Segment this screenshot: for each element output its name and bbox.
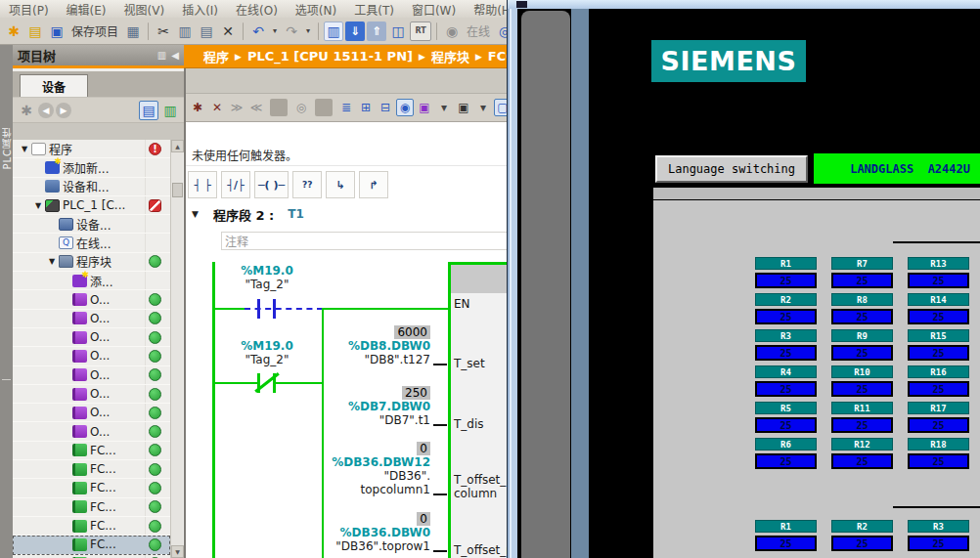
menu-item-tools[interactable]: 工具(T) — [345, 0, 403, 19]
network-header[interactable]: ▼ 程序段 2 : T1 — [186, 203, 509, 225]
breadcrumb-item[interactable]: 程序 — [203, 47, 229, 65]
operand-address[interactable]: %DB36.DBW12 — [332, 455, 430, 469]
dropdown-arrow-icon[interactable]: ▾ — [474, 99, 492, 116]
separator[interactable] — [318, 22, 319, 40]
save-project-label[interactable]: 保存项目 — [71, 21, 118, 41]
print-icon[interactable]: ▦ — [123, 21, 143, 41]
roller-value-field[interactable]: 25 — [831, 417, 893, 433]
roller-button[interactable]: R3 — [908, 520, 969, 533]
tree-item-ob[interactable]: O... — [13, 404, 170, 422]
roller-value-field[interactable]: 25 — [908, 381, 969, 397]
roller-value-field[interactable]: 25 — [755, 345, 817, 361]
operand-stack[interactable]: 0 %DB36.DBW12 "DB36". topcolumn1 — [332, 442, 430, 496]
network-collapse-icon[interactable]: ▼ — [192, 209, 205, 219]
tree-item-fc[interactable]: FC — [13, 555, 170, 558]
roller-button[interactable]: R16 — [908, 365, 969, 378]
roller-value-field[interactable]: 25 — [831, 273, 893, 288]
roller-button[interactable]: R2 — [755, 293, 817, 306]
expand-networks-icon[interactable]: ⊞ — [357, 99, 375, 116]
network-name[interactable]: T1 — [288, 207, 304, 221]
roller-button[interactable]: R18 — [908, 438, 969, 451]
roller-value-field[interactable]: 25 — [908, 536, 969, 551]
panes-icon[interactable]: ▥ — [157, 50, 166, 61]
roller-button[interactable]: R12 — [831, 438, 893, 451]
tree-item-plc1[interactable]: ▼ PLC_1 [C... — [13, 196, 170, 215]
breadcrumb-item[interactable]: PLC_1 [CPU 1511-1 PN] — [247, 49, 413, 64]
tree-item-ob[interactable]: O... — [13, 310, 170, 328]
tree-item-fc[interactable]: FC... — [13, 498, 170, 517]
roller-button[interactable]: R8 — [831, 293, 893, 306]
contact1-address[interactable]: %M19.0 — [225, 264, 309, 278]
tree-item-ob[interactable]: O... — [13, 385, 170, 404]
tree-item-online-diagnostics[interactable]: 在线... — [13, 234, 170, 252]
dropdown-arrow-icon[interactable]: ▾ — [435, 99, 453, 116]
open-branch-button[interactable]: ↳ — [326, 171, 355, 198]
insert-network-icon[interactable]: ✱ — [189, 99, 206, 116]
roller-value-field[interactable]: 25 — [908, 345, 969, 361]
roller-button[interactable]: R11 — [831, 402, 893, 414]
operand-stack[interactable]: 250 %DB7.DBW0 "DB7".t1 — [348, 386, 430, 427]
paste-icon[interactable]: ▤ — [197, 21, 216, 41]
contact1-tag[interactable]: "Tag_2" — [225, 278, 309, 291]
roller-button[interactable]: R7 — [831, 257, 893, 270]
tree-item-devices-networks[interactable]: 设备和... — [13, 178, 170, 196]
roller-value-field[interactable]: 25 — [831, 536, 893, 551]
menu-item-options[interactable]: 选项(N) — [287, 0, 345, 19]
tree-item-fc[interactable]: FC... — [13, 460, 170, 479]
download-to-device-icon[interactable]: ⇓ — [345, 21, 365, 41]
tree-item-add-new-device[interactable]: 添加新... — [13, 158, 170, 177]
tree-item-project[interactable]: ▼ 程序 — [13, 140, 170, 158]
operand-name[interactable]: "DB7".t1 — [379, 413, 430, 427]
collapse-networks-icon[interactable]: ⊟ — [377, 99, 394, 116]
tree-item-add-new-block[interactable]: 添... — [13, 272, 170, 290]
expander-icon[interactable]: ▼ — [31, 201, 45, 210]
program-status-icon[interactable]: ▣ — [416, 99, 433, 116]
roller-value-field[interactable]: 25 — [831, 309, 893, 324]
operand-name[interactable]: "DB36".toprow1 — [335, 539, 430, 553]
separator[interactable] — [436, 22, 437, 40]
delete-icon[interactable]: ✕ — [218, 21, 238, 41]
tree-item-program-blocks[interactable]: ▼ 程序块 — [13, 253, 170, 272]
roller-button[interactable]: R17 — [908, 402, 969, 414]
menu-item-edit[interactable]: 编辑(E) — [58, 0, 115, 19]
roller-button[interactable]: R1 — [755, 257, 817, 270]
cut-icon[interactable]: ✂ — [154, 21, 173, 41]
network-comments-icon[interactable]: ◉ — [396, 99, 414, 116]
no-contact-button[interactable]: ┤ ├ — [188, 171, 217, 198]
go-online-plug-icon[interactable]: ◉ — [442, 21, 462, 41]
menu-item-project[interactable]: 项目(P) — [0, 0, 58, 19]
forward-icon[interactable]: ▶ — [56, 103, 71, 118]
empty-box-button[interactable]: ?? — [292, 171, 322, 198]
roller-button[interactable]: R10 — [831, 365, 893, 378]
scrollbar-thumb[interactable] — [172, 183, 183, 197]
menu-item-window[interactable]: 窗口(W) — [403, 0, 465, 19]
start-simulation-icon[interactable]: ◫ — [388, 21, 408, 41]
roller-button[interactable]: R6 — [755, 438, 817, 451]
new-project-icon[interactable]: ✱ — [4, 21, 23, 41]
coil-button[interactable]: ─( )─ — [254, 171, 289, 198]
monitoring-icon[interactable]: ▣ — [455, 99, 472, 116]
tree-item-ob[interactable]: O... — [13, 328, 170, 347]
scroll-up-icon[interactable]: ▲ — [171, 140, 184, 152]
roller-button[interactable]: R13 — [908, 257, 969, 270]
details-view-icon[interactable]: ▤ — [139, 101, 158, 120]
network-comment-field[interactable]: 注释 — [221, 232, 509, 250]
menu-item-view[interactable]: 视图(V) — [115, 0, 174, 19]
tree-item-fc-selected[interactable]: FC... — [13, 536, 170, 554]
contact1-no-symbol[interactable] — [257, 299, 260, 319]
roller-button[interactable]: R15 — [908, 329, 969, 342]
undo-icon[interactable]: ↶ — [248, 21, 268, 41]
roller-button[interactable]: R4 — [755, 365, 817, 378]
menu-item-insert[interactable]: 插入(I) — [173, 0, 227, 19]
add-new-icon[interactable]: ✱ — [17, 101, 36, 120]
tree-item-fc[interactable]: FC... — [13, 442, 170, 460]
breadcrumb-item[interactable]: 程序块 — [431, 47, 469, 65]
operand-name[interactable]: "DB36". — [383, 469, 430, 483]
operand-stack[interactable]: 6000 %DB8.DBW0 "DB8".t127 — [348, 325, 430, 366]
close-branch-button[interactable]: ↱ — [359, 171, 388, 198]
roller-value-field[interactable]: 25 — [908, 309, 969, 324]
roller-button[interactable]: R1 — [755, 520, 817, 533]
delete-network-icon[interactable]: ✕ — [208, 99, 226, 116]
accessible-devices-icon[interactable]: ▥ — [324, 21, 343, 41]
expander-icon[interactable]: ▼ — [18, 145, 31, 153]
